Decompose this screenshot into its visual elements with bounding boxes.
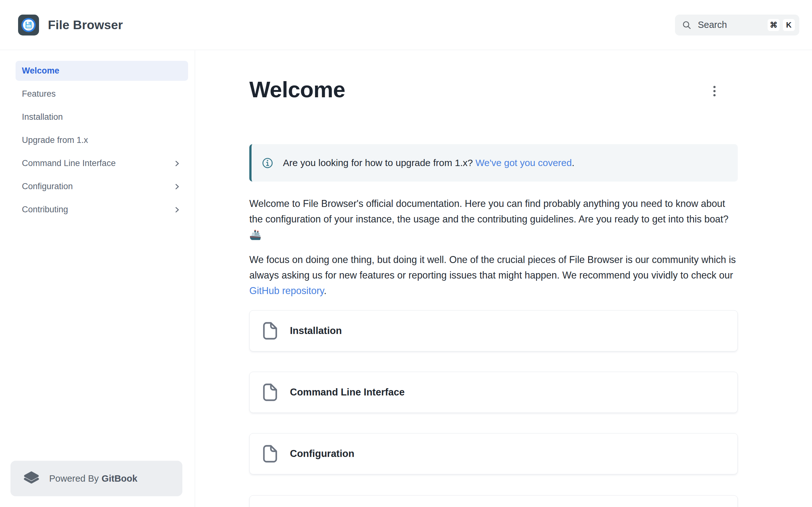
sidebar-item-label: Contributing [22, 205, 68, 215]
card-label: Configuration [290, 448, 354, 459]
sidebar-item-label: Features [22, 89, 56, 99]
paragraph-text: We focus on doing one thing, but doing i… [249, 254, 736, 280]
sidebar-item-upgrade-from-1x[interactable]: Upgrade from 1.x [15, 130, 188, 150]
card-label: Command Line Interface [290, 387, 405, 398]
search-icon [682, 20, 692, 30]
app-title: File Browser [48, 18, 123, 32]
search-shortcut: ⌘ K [768, 19, 795, 31]
page-card-installation[interactable]: Installation [249, 310, 738, 351]
callout-text: Are you looking for how to upgrade from … [283, 158, 574, 168]
page-actions-button[interactable] [707, 82, 722, 100]
sidebar-item-command-line-interface[interactable]: Command Line Interface [15, 153, 188, 173]
page-card-configuration[interactable]: Configuration [249, 433, 738, 474]
page-title: Welcome [249, 77, 345, 102]
search-bar[interactable]: Search ⌘ K [675, 14, 799, 36]
file-icon [261, 445, 278, 463]
file-icon [261, 322, 278, 340]
sidebar: Welcome Features Installation Upgrade fr… [0, 50, 195, 507]
callout-text-suffix: . [572, 158, 574, 168]
paragraph-text: . [324, 285, 326, 296]
community-paragraph: We focus on doing one thing, but doing i… [249, 252, 740, 298]
sidebar-item-label: Installation [22, 112, 63, 122]
kebab-dot [713, 90, 716, 92]
sidebar-item-welcome[interactable]: Welcome [15, 61, 188, 81]
sidebar-nav: Welcome Features Installation Upgrade fr… [0, 50, 195, 220]
page-card-partial[interactable] [249, 495, 738, 507]
sidebar-item-contributing[interactable]: Contributing [15, 200, 188, 220]
search-placeholder: Search [698, 20, 727, 30]
main-content: Welcome Are you looking for how to upgra… [195, 50, 812, 507]
sidebar-item-label: Upgrade from 1.x [22, 135, 88, 145]
kebab-dot [713, 94, 716, 96]
sidebar-item-label: Command Line Interface [22, 158, 116, 168]
kebab-dot [713, 86, 716, 88]
powered-by-gitbook-badge[interactable]: Powered ByGitBook [10, 461, 183, 496]
github-repository-link[interactable]: GitHub repository [249, 285, 324, 296]
card-label: Installation [290, 325, 342, 337]
chevron-right-icon[interactable] [173, 206, 181, 214]
info-icon [262, 157, 273, 169]
sidebar-item-label: Configuration [22, 181, 73, 191]
sidebar-item-configuration[interactable]: Configuration [15, 176, 188, 196]
callout-text-prefix: Are you looking for how to upgrade from … [283, 158, 475, 168]
brand-home-link[interactable]: File Browser [18, 14, 123, 36]
sidebar-item-features[interactable]: Features [15, 84, 188, 104]
app-header: File Browser Search ⌘ K [0, 0, 812, 50]
file-browser-logo-icon [18, 14, 39, 36]
chevron-right-icon[interactable] [173, 159, 181, 168]
file-icon [261, 383, 278, 401]
info-callout: Are you looking for how to upgrade from … [249, 144, 738, 181]
powered-by-label: Powered By [49, 473, 99, 484]
sidebar-item-installation[interactable]: Installation [15, 107, 188, 127]
gitbook-icon [22, 469, 40, 487]
upgrade-covered-link[interactable]: We've got you covered [475, 158, 572, 168]
chevron-right-icon[interactable] [173, 182, 181, 191]
intro-paragraph: Welcome to File Browser's official docum… [249, 196, 740, 242]
gitbook-brand-label: GitBook [101, 473, 137, 484]
page-card-command-line-interface[interactable]: Command Line Interface [249, 372, 738, 413]
keycap-k: K [783, 19, 795, 31]
paragraph-text: Welcome to File Browser's official docum… [249, 198, 728, 240]
sidebar-item-label: Welcome [22, 66, 59, 76]
keycap-cmd: ⌘ [768, 19, 780, 31]
